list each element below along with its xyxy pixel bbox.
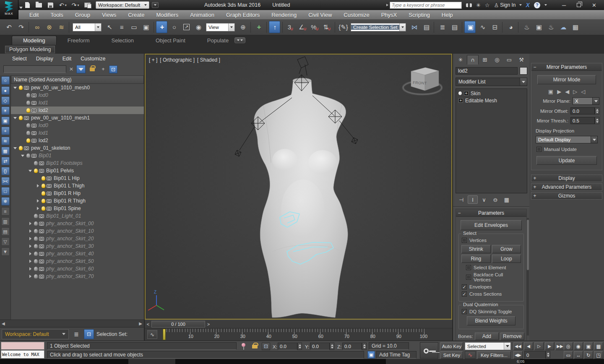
menu-item[interactable]: Help xyxy=(436,10,459,19)
motion-tab-icon[interactable]: ◎ xyxy=(491,55,503,65)
select-and-move-icon[interactable]: + xyxy=(156,21,167,33)
search-expand-icon[interactable] xyxy=(386,4,388,6)
tree-row[interactable]: lod2 xyxy=(11,137,144,144)
maximize-viewport-toggle-icon[interactable]: ◳ xyxy=(594,351,603,359)
tree-row[interactable]: phy_anchor_Skirt_10 xyxy=(11,227,144,235)
scene-explorer-menu-item[interactable]: Customize xyxy=(76,56,110,62)
display-space-warps-icon[interactable]: ≋ xyxy=(1,137,10,145)
menu-item[interactable]: Rendering xyxy=(266,10,302,19)
add-time-tag-button[interactable]: Add Time Tag xyxy=(376,351,417,359)
visibility-bulb-icon[interactable] xyxy=(26,138,30,143)
key-mode-toggle-icon[interactable]: ◀▶ xyxy=(513,351,523,359)
display-helpers-icon[interactable]: + xyxy=(1,127,10,135)
tree-row[interactable]: lod1 xyxy=(11,129,144,137)
visibility-bulb-icon[interactable] xyxy=(34,237,38,241)
display-frozen-icon[interactable]: ❄ xyxy=(1,197,10,205)
viewport-shading-menu[interactable]: [ Shaded ] xyxy=(197,57,220,63)
keyword-search-input[interactable] xyxy=(390,2,462,9)
tree-row[interactable]: Bip01 R Hip xyxy=(11,190,144,197)
viewcube[interactable]: FRONT xyxy=(403,68,442,94)
track-bar-ruler[interactable]: 102030405060708090100 xyxy=(164,329,425,340)
expand-arrow-icon[interactable] xyxy=(28,237,33,240)
tree-row[interactable]: Bip01 xyxy=(11,152,144,159)
display-projection-dropdown[interactable]: Default Display xyxy=(536,136,598,143)
modify-tab-icon[interactable]: ∩ xyxy=(467,55,479,65)
tree-row[interactable]: Bip01 Pelvis xyxy=(11,167,144,174)
isolate-selection-icon[interactable] xyxy=(241,343,246,348)
visibility-bulb-icon[interactable] xyxy=(34,267,38,271)
curve-editor-icon[interactable]: ∿ xyxy=(476,21,488,33)
expand-arrow-icon[interactable] xyxy=(13,87,18,89)
z-coordinate-field[interactable]: 0.0 xyxy=(342,343,367,350)
pin-stack-icon[interactable]: ⊣ xyxy=(456,195,466,204)
sign-in-button[interactable]: ♙Sign In xyxy=(494,2,522,8)
mirror-paste-icon[interactable]: ▣ xyxy=(548,88,553,95)
separator[interactable] xyxy=(29,22,29,33)
menu-item[interactable]: Civil View xyxy=(302,10,338,19)
tree-row[interactable]: phy_anchor_Skirt_20 xyxy=(11,235,144,242)
display-tab-icon[interactable]: ▭ xyxy=(503,55,515,65)
visibility-bulb-icon[interactable] xyxy=(26,131,30,135)
menu-item[interactable]: Views xyxy=(96,10,122,19)
visibility-bulb-icon[interactable] xyxy=(34,214,38,218)
go-to-end-icon[interactable]: ▶▶ xyxy=(555,342,565,350)
mirror-offset-spinner[interactable] xyxy=(595,107,599,114)
time-slider-marker[interactable] xyxy=(163,329,166,340)
play-animation-icon[interactable]: ▷ xyxy=(534,342,544,350)
dq-skinning-checkbox[interactable]: ✓DQ Skinning Toggle xyxy=(462,309,521,314)
tree-row[interactable]: pew_01_skeleton xyxy=(11,144,144,152)
mirror-thresh-spinner[interactable] xyxy=(595,117,599,124)
workspace-selector-dropdown[interactable]: Workspace: Default xyxy=(2,329,69,339)
x-coordinate-field[interactable]: 0.0 xyxy=(278,343,302,350)
restore-button[interactable] xyxy=(577,2,581,8)
tree-row[interactable]: lod1 xyxy=(11,99,144,107)
separator[interactable] xyxy=(518,22,518,33)
expand-arrow-icon[interactable] xyxy=(28,252,33,255)
viewport-pov-menu[interactable]: [ Orthographic ] xyxy=(160,57,195,63)
open-file-icon[interactable] xyxy=(35,1,44,9)
render-production-icon[interactable]: ♨ xyxy=(545,21,556,33)
tree-row[interactable]: Bip01 Spine xyxy=(11,205,144,212)
layers-icon[interactable]: ≣ xyxy=(71,329,81,339)
separator[interactable] xyxy=(335,22,335,33)
mirror-rollout-header[interactable]: −Mirror Parameters xyxy=(531,63,602,71)
paste-green-to-blue-verts-icon[interactable]: ▷ xyxy=(573,88,577,95)
separator[interactable] xyxy=(462,22,462,33)
advanced-filter-icon[interactable]: ▼ xyxy=(1,247,10,256)
scene-explorer-search-input[interactable] xyxy=(3,65,66,73)
ribbon-tab[interactable]: Selection xyxy=(101,36,145,45)
select-by-name-icon[interactable]: ≡ xyxy=(116,21,127,33)
selection-filter-dropdown[interactable]: All xyxy=(73,23,102,31)
tree-row[interactable]: Bip01 R Thigh xyxy=(11,197,144,205)
add-bones-button[interactable]: Add xyxy=(475,333,499,340)
scene-explorer-menu-item[interactable]: Edit xyxy=(58,56,76,62)
filter-toggle-icon[interactable] xyxy=(76,65,86,73)
previous-frame-arrow[interactable]: < xyxy=(145,322,151,327)
configure-modifier-sets-icon[interactable]: ▦ xyxy=(502,195,512,204)
viewport-canvas[interactable]: Z FRONT xyxy=(146,55,451,319)
menu-item[interactable]: Modifiers xyxy=(150,10,184,19)
select-children-icon[interactable]: ⊡ xyxy=(109,65,117,73)
mirror-mode-button[interactable]: Mirror Mode xyxy=(537,75,596,84)
use-pivot-point-center-icon[interactable]: ⊕ xyxy=(237,21,248,33)
grow-button[interactable]: Grow xyxy=(492,245,521,253)
expand-arrow-icon[interactable] xyxy=(28,260,33,263)
window-crossing-toggle-icon[interactable]: ▣ xyxy=(140,21,151,33)
close-button[interactable]: ✕ xyxy=(592,2,596,8)
paste-green-to-blue-bones-icon[interactable]: ▶ xyxy=(557,88,561,95)
help-icon[interactable]: ? xyxy=(534,2,540,8)
tree-row[interactable]: phy_anchor_Skirt_50 xyxy=(11,257,144,265)
collapsed-rollout-header[interactable]: +Advanced Parameters xyxy=(531,183,602,191)
visibility-bulb-icon[interactable] xyxy=(34,274,38,278)
visibility-bulb-icon[interactable] xyxy=(42,191,45,195)
track-bar[interactable]: ∿ 102030405060708090100 xyxy=(145,328,452,341)
menu-item[interactable]: Animation xyxy=(184,10,220,19)
tree-row[interactable]: phy_anchor_Skirt_30 xyxy=(11,242,144,250)
select-and-manipulate-icon[interactable]: + xyxy=(253,21,264,33)
hierarchy-tab-icon[interactable]: ⊞ xyxy=(479,55,491,65)
tree-row[interactable]: Bip01 L Thigh xyxy=(11,182,144,190)
select-object-icon[interactable]: ↖ xyxy=(104,21,115,33)
save-file-icon[interactable] xyxy=(47,1,55,9)
search-icon[interactable] xyxy=(466,3,472,7)
visibility-bulb-icon[interactable] xyxy=(26,108,30,112)
